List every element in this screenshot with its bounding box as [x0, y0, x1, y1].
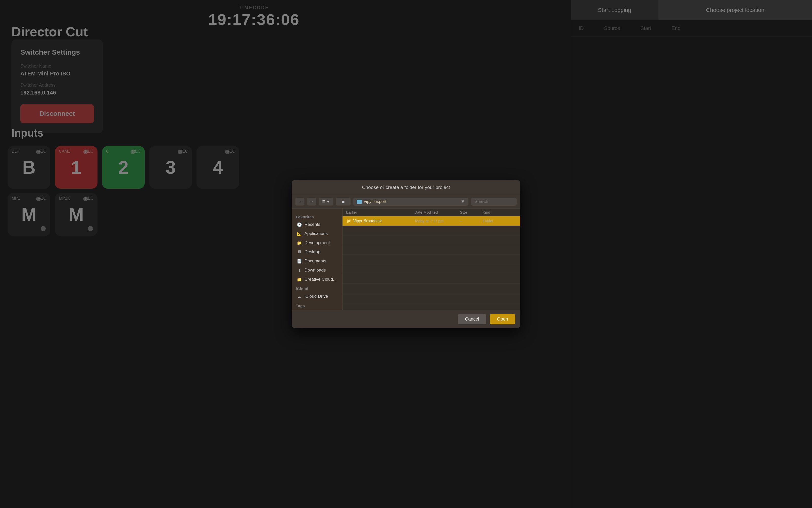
file-dialog: Choose or create a folder for your proje… — [292, 180, 520, 328]
sidebar-item-recents-label: Recents — [305, 222, 320, 227]
sidebar-item-icloud-drive-label: iCloud Drive — [305, 294, 328, 299]
dialog-col-headers: Earlier Date Modified Size Kind — [343, 209, 520, 216]
dialog-file-list: Earlier Date Modified Size Kind 📁 Vipyr … — [343, 209, 520, 310]
dialog-footer: Cancel Open — [292, 310, 520, 328]
row-date: Today at 7:17 pm — [414, 219, 460, 223]
tags-label: Tags — [292, 301, 342, 309]
col-date-header: Date Modified — [414, 210, 460, 214]
row-kind: Folder — [483, 219, 517, 223]
dialog-sidebar: Favorites 🕐 Recents 📐 Applications 📁 Dev… — [292, 209, 343, 310]
documents-icon: 📄 — [297, 259, 302, 264]
desktop-icon: 🖥 — [297, 249, 302, 255]
table-row-empty-5[interactable] — [343, 264, 520, 274]
dialog-location-chevron: ▼ — [461, 199, 465, 204]
dialog-view-grid-button[interactable]: ◼ — [336, 198, 351, 206]
col-size-header: Size — [460, 210, 483, 214]
sidebar-item-development[interactable]: 📁 Development — [293, 238, 341, 247]
folder-icon — [357, 200, 362, 204]
sidebar-item-applications-label: Applications — [305, 231, 328, 236]
favorites-label: Favorites — [292, 212, 342, 220]
icloud-drive-icon: ☁ — [297, 294, 302, 299]
downloads-icon: ⬇ — [297, 268, 302, 273]
table-row-empty-3[interactable] — [343, 245, 520, 255]
sidebar-item-creative-cloud[interactable]: 📁 Creative Cloud... — [293, 275, 341, 284]
sidebar-item-documents[interactable]: 📄 Documents — [293, 257, 341, 266]
sidebar-item-creative-cloud-label: Creative Cloud... — [305, 277, 337, 282]
dialog-search-input[interactable] — [471, 198, 517, 206]
dialog-overlay: Choose or create a folder for your proje… — [0, 0, 812, 508]
icloud-label: iCloud — [292, 284, 342, 292]
development-folder-icon: 📁 — [297, 240, 302, 245]
creative-cloud-icon: 📁 — [297, 277, 302, 282]
sidebar-item-desktop[interactable]: 🖥 Desktop — [293, 247, 341, 257]
col-name-header: Earlier — [346, 210, 414, 214]
dialog-title: Choose or create a folder for your proje… — [292, 180, 520, 195]
sidebar-item-desktop-label: Desktop — [305, 249, 320, 255]
sidebar-item-recents[interactable]: 🕐 Recents — [293, 220, 341, 229]
dialog-body: Favorites 🕐 Recents 📐 Applications 📁 Dev… — [292, 209, 520, 310]
dialog-cancel-button[interactable]: Cancel — [458, 314, 486, 324]
dialog-open-button[interactable]: Open — [490, 314, 515, 324]
applications-icon: 📐 — [297, 231, 302, 236]
row-name: 📁 Vipyr Broadcast — [346, 218, 414, 223]
sidebar-item-tag-red[interactable]: Red — [293, 309, 341, 310]
sidebar-item-downloads-label: Downloads — [305, 268, 326, 273]
table-row-empty-2[interactable] — [343, 236, 520, 245]
sidebar-item-icloud-drive[interactable]: ☁ iCloud Drive — [293, 292, 341, 301]
row-size: -- — [460, 219, 483, 223]
clock-icon: 🕐 — [297, 222, 302, 227]
sidebar-item-applications[interactable]: 📐 Applications — [293, 229, 341, 238]
dialog-view-list-button[interactable]: ☰ ▼ — [319, 198, 333, 206]
dialog-toolbar: ← → ☰ ▼ ◼ vipyr-export ▼ — [292, 195, 520, 209]
dialog-location-text: vipyr-export — [364, 199, 387, 204]
table-row-empty-6[interactable] — [343, 274, 520, 284]
row-name-text: Vipyr Broadcast — [353, 219, 382, 223]
table-row-empty-4[interactable] — [343, 255, 520, 264]
sidebar-item-documents-label: Documents — [305, 259, 326, 264]
folder-row-icon: 📁 — [346, 218, 351, 223]
table-row[interactable]: 📁 Vipyr Broadcast Today at 7:17 pm -- Fo… — [343, 216, 520, 226]
table-row-empty-8[interactable] — [343, 293, 520, 303]
col-kind-header: Kind — [483, 210, 517, 214]
sidebar-item-downloads[interactable]: ⬇ Downloads — [293, 266, 341, 275]
dialog-forward-button[interactable]: → — [307, 198, 316, 206]
dialog-back-button[interactable]: ← — [295, 198, 305, 206]
sidebar-item-development-label: Development — [305, 240, 330, 245]
table-row-empty-1[interactable] — [343, 226, 520, 236]
dialog-location-pill[interactable]: vipyr-export ▼ — [353, 198, 468, 206]
table-row-empty-7[interactable] — [343, 284, 520, 293]
